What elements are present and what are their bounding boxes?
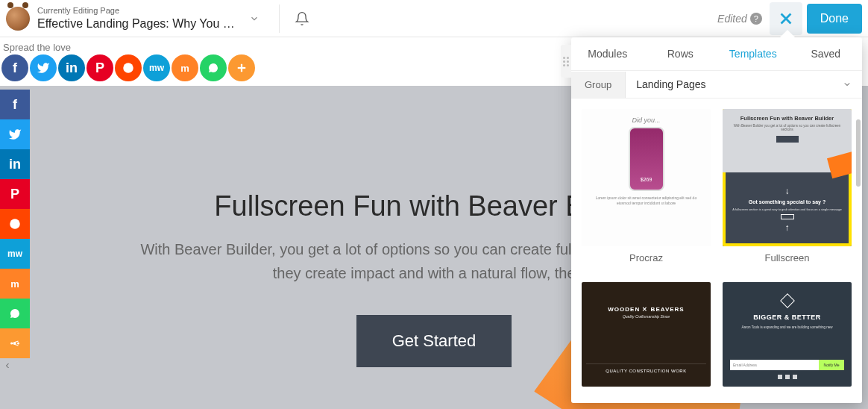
select-value: Landing Pages	[636, 78, 705, 90]
group-button[interactable]: Group	[571, 72, 626, 98]
svg-point-8	[17, 343, 19, 345]
thumb-sub: With Beaver Builder you get a lot of opt…	[730, 124, 844, 131]
template-category-select[interactable]: Landing Pages	[626, 71, 862, 98]
left-share-bar: f in P mw m	[0, 90, 30, 370]
thumb-sub: Quality Craftsmanship Since	[623, 314, 670, 319]
page-title: Effective Landing Pages: Why You Ne…	[37, 16, 239, 31]
thumb-title: BIGGER & BETTER	[753, 313, 821, 321]
arrow-up-icon: ↑	[785, 222, 790, 233]
panel-tabs: Modules Rows Templates Saved	[571, 37, 862, 71]
twitter-icon[interactable]	[30, 54, 57, 81]
thumb-social	[778, 375, 797, 379]
template-thumb: WOODEN ✕ BEAVERS Quality Craftsmanship S…	[582, 282, 711, 387]
mix-icon[interactable]: m	[172, 54, 198, 81]
thumb-footer: QUALITY CONSTRUCTION WORK	[586, 363, 706, 378]
leftbar-mix-icon[interactable]: m	[0, 269, 30, 299]
template-thumb: Fullscreen Fun with Beaver Builder With …	[723, 109, 852, 246]
thumb-headline: Did you...	[632, 116, 660, 124]
templates-panel: Modules Rows Templates Saved Group Landi…	[571, 37, 862, 403]
svg-point-2	[123, 63, 133, 73]
diamond-icon	[780, 293, 795, 308]
editing-subtitle: Currently Editing Page	[37, 6, 239, 16]
filter-row: Group Landing Pages	[571, 71, 862, 99]
hide-leftbar-icon[interactable]	[3, 361, 12, 370]
thumb-notify-button: Notify Me	[819, 360, 844, 370]
arrow-down-icon: ↓	[785, 186, 790, 196]
page-title-block[interactable]: Currently Editing Page Effective Landing…	[37, 6, 239, 30]
tab-rows[interactable]: Rows	[644, 37, 717, 70]
thumb-logo: WOODEN ✕ BEAVERS	[608, 306, 684, 313]
template-card-wooden[interactable]: WOODEN ✕ BEAVERS Quality Craftsmanship S…	[582, 282, 711, 393]
leftbar-twitter-icon[interactable]	[0, 119, 30, 149]
leftbar-pinterest-icon[interactable]: P	[0, 179, 30, 209]
thumb-bottom-sub: A fullscreen section is a great way to g…	[726, 207, 848, 211]
thumb-text: Lorem ipsum dolor sit amet consectetur a…	[589, 196, 703, 206]
tab-modules[interactable]: Modules	[571, 37, 644, 70]
chevron-down-icon	[843, 80, 852, 89]
done-button[interactable]: Done	[807, 4, 862, 34]
leftbar-mewe-icon[interactable]: mw	[0, 239, 30, 269]
leftbar-facebook-icon[interactable]: f	[0, 90, 30, 119]
template-thumb: Did you... Lorem ipsum dolor sit amet co…	[582, 109, 711, 246]
whatsapp-icon[interactable]	[200, 54, 227, 81]
leftbar-reddit-icon[interactable]	[0, 209, 30, 239]
title-chevron-down-icon[interactable]	[249, 13, 260, 24]
get-started-button[interactable]: Get Started	[356, 315, 512, 367]
leftbar-whatsapp-icon[interactable]	[0, 299, 30, 328]
thumb-wing	[827, 151, 852, 178]
top-bar: Currently Editing Page Effective Landing…	[0, 0, 868, 37]
help-icon[interactable]: ?	[750, 13, 762, 25]
panel-arrow	[780, 30, 795, 37]
reddit-icon[interactable]	[115, 54, 142, 81]
thumb-bottom-title: Got something special to say ?	[749, 199, 825, 204]
beaver-logo-icon	[6, 7, 30, 31]
template-card-bigger[interactable]: BIGGER & BETTER Aaron Tools is expanding…	[723, 282, 852, 393]
notifications-bell-icon[interactable]	[295, 11, 309, 26]
template-card-procraz[interactable]: Did you... Lorem ipsum dolor sit amet co…	[582, 109, 711, 270]
tab-templates[interactable]: Templates	[717, 37, 790, 70]
template-label: Fullscreen	[765, 252, 810, 263]
divider	[279, 4, 280, 33]
leftbar-more-icon[interactable]	[0, 328, 30, 358]
thumb-title: Fullscreen Fun with Beaver Builder	[730, 115, 844, 122]
thumb-email-field: Email Address	[730, 360, 819, 370]
more-share-icon[interactable]	[228, 54, 255, 81]
template-card-fullscreen[interactable]: Fullscreen Fun with Beaver Builder With …	[723, 109, 852, 270]
edited-indicator: Edited ?	[717, 13, 762, 25]
panel-drag-handle[interactable]	[561, 45, 571, 78]
template-thumb: BIGGER & BETTER Aaron Tools is expanding…	[723, 282, 852, 387]
phone-graphic	[629, 127, 664, 191]
mewe-icon[interactable]: mw	[143, 54, 170, 81]
edited-label: Edited	[717, 13, 747, 25]
template-grid: Did you... Lorem ipsum dolor sit amet co…	[571, 99, 862, 403]
scrollbar[interactable]	[856, 119, 861, 187]
svg-point-5	[10, 219, 20, 229]
template-label: Procraz	[629, 252, 663, 263]
linkedin-icon[interactable]: in	[58, 54, 85, 81]
tab-saved[interactable]: Saved	[790, 37, 863, 70]
leftbar-linkedin-icon[interactable]: in	[0, 149, 30, 179]
thumb-form: Email Address Notify Me	[730, 360, 844, 370]
thumb-bottom-button	[781, 214, 794, 219]
thumb-button	[776, 136, 799, 143]
facebook-icon[interactable]: f	[1, 54, 28, 81]
thumb-sub: Aaron Tools is expanding and we are buil…	[742, 325, 833, 329]
pinterest-icon[interactable]: P	[87, 54, 113, 81]
